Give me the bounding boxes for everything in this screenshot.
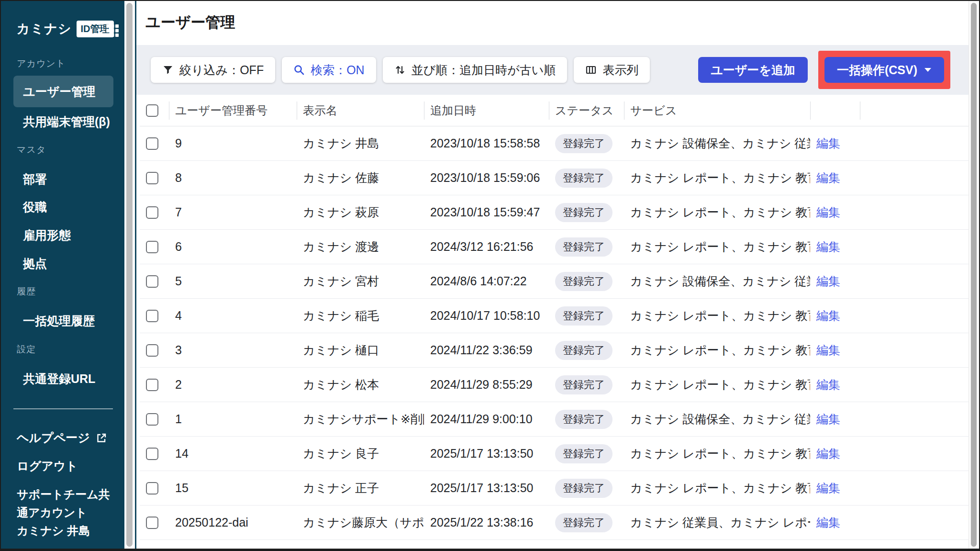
sidebar-item-position[interactable]: 役職 [23, 199, 47, 215]
edit-link[interactable]: 編集 [810, 170, 860, 186]
cell-added-date: 2023/10/18 15:59:06 [424, 171, 549, 185]
filter-button[interactable]: 絞り込み：OFF [151, 57, 275, 83]
row-checkbox[interactable] [146, 241, 158, 253]
row-checkbox[interactable] [146, 310, 158, 322]
sort-button[interactable]: 並び順：追加日時が古い順 [383, 57, 568, 83]
sidebar-item-common-url[interactable]: 共通登録URL [23, 371, 95, 387]
help-label: ヘルプページ [17, 430, 90, 446]
row-checkbox[interactable] [146, 413, 158, 426]
magnifier-icon [293, 64, 305, 76]
cell-services: カミナシ 設備保全、カミナシ 従業員… [624, 135, 810, 151]
row-checkbox-cell [140, 206, 169, 219]
table-row: 3 カミナシ 樋口 2024/11/22 3:36:59 登録完了 カミナシ レ… [140, 333, 970, 368]
bulk-action-label: 一括操作(CSV) [837, 62, 917, 78]
cell-services: カミナシ レポート、カミナシ 教育 [624, 342, 810, 358]
sidebar: カミナシ ID管理 アカウント ユーザー管理 共用端末管理(β) マスタ 部署 … [1, 1, 124, 549]
edit-link[interactable]: 編集 [810, 377, 860, 393]
status-badge: 登録完了 [555, 306, 612, 326]
sidebar-item-employment[interactable]: 雇用形態 [23, 227, 71, 243]
row-checkbox[interactable] [146, 448, 158, 460]
cell-display-name: カミナシ藤原大（サポー… [297, 515, 424, 530]
row-checkbox-cell [140, 448, 169, 460]
cell-added-date: 2023/10/18 15:58:58 [424, 136, 549, 150]
search-label: 検索：ON [311, 62, 365, 78]
row-checkbox-cell [140, 344, 169, 357]
sidebar-item-shared-device[interactable]: 共用端末管理(β) [23, 114, 110, 130]
cell-added-date: 2025/1/17 13:13:50 [424, 481, 549, 495]
edit-link[interactable]: 編集 [810, 239, 860, 255]
cell-status: 登録完了 [549, 169, 624, 188]
row-checkbox[interactable] [146, 517, 158, 529]
edit-link[interactable]: 編集 [810, 480, 860, 496]
columns-button[interactable]: 表示列 [574, 57, 650, 83]
page-title: ユーザー管理 [145, 12, 235, 33]
edit-link[interactable]: 編集 [810, 411, 860, 427]
row-checkbox[interactable] [146, 206, 158, 219]
main-scrollbar-thumb[interactable] [971, 3, 977, 547]
app-window: カミナシ ID管理 アカウント ユーザー管理 共用端末管理(β) マスタ 部署 … [0, 0, 980, 551]
cell-user-id: 1 [169, 412, 297, 426]
sidebar-item-logout[interactable]: ログアウト [17, 458, 78, 474]
header-date: 追加日時 [424, 95, 549, 126]
add-user-button[interactable]: ユーザーを追加 [698, 57, 808, 83]
row-checkbox[interactable] [146, 275, 158, 288]
columns-icon [585, 64, 597, 76]
table-row: 8 カミナシ 佐藤 2023/10/18 15:59:06 登録完了 カミナシ … [140, 161, 970, 195]
edit-link[interactable]: 編集 [810, 308, 860, 324]
cell-added-date: 2025/1/22 13:38:16 [424, 516, 549, 529]
toolbar-right-group: ユーザーを追加 一括操作(CSV) [698, 51, 950, 89]
sidebar-item-bulk-history[interactable]: 一括処理履歴 [23, 313, 95, 329]
sort-label: 並び順：追加日時が古い順 [412, 62, 556, 78]
cell-status: 登録完了 [549, 306, 624, 326]
header-status: ステータス [549, 95, 624, 126]
status-badge: 登録完了 [555, 203, 612, 222]
cell-services: カミナシ 設備保全、カミナシ 従業員… [624, 411, 810, 427]
row-checkbox[interactable] [146, 344, 158, 357]
status-badge: 登録完了 [555, 134, 612, 153]
user-table: ユーザー管理番号 表示名 追加日時 ステータス サービス 9 カミナシ 井島 2… [140, 95, 970, 549]
row-checkbox-cell [140, 517, 169, 529]
sidebar-scrollbar[interactable] [124, 1, 135, 549]
sidebar-divider [13, 408, 113, 409]
cell-display-name: カミナシ 渡邊 [297, 239, 424, 255]
bulk-action-button[interactable]: 一括操作(CSV) [824, 57, 944, 83]
row-checkbox[interactable] [146, 172, 158, 184]
row-checkbox-cell [140, 172, 169, 184]
header-checkbox-cell [140, 95, 169, 126]
select-all-checkbox[interactable] [146, 104, 158, 117]
sidebar-item-user-management[interactable]: ユーザー管理 [13, 76, 113, 107]
row-checkbox[interactable] [146, 137, 158, 150]
sidebar-item-help[interactable]: ヘルプページ [17, 430, 107, 446]
sidebar-scrollbar-thumb[interactable] [126, 3, 133, 547]
edit-link[interactable]: 編集 [810, 135, 860, 151]
filter-label: 絞り込み：OFF [179, 62, 264, 78]
cell-display-name: カミナシ 良子 [297, 446, 424, 461]
edit-link[interactable]: 編集 [810, 446, 860, 461]
sidebar-item-site[interactable]: 拠点 [23, 256, 47, 271]
toolbar-left-group: 絞り込み：OFF 検索：ON 並び順：追加日時が古い順 [151, 57, 650, 83]
funnel-icon [162, 64, 174, 76]
sidebar-item-department[interactable]: 部署 [23, 171, 47, 187]
row-checkbox[interactable] [146, 379, 158, 391]
cell-user-id: 9 [169, 136, 297, 150]
edit-link[interactable]: 編集 [810, 204, 860, 220]
row-checkbox-cell [140, 137, 169, 150]
cell-display-name: カミナシ 佐藤 [297, 170, 424, 186]
row-checkbox[interactable] [146, 482, 158, 495]
cell-user-id: 14 [169, 447, 297, 461]
cell-status: 登録完了 [549, 272, 624, 291]
search-button[interactable]: 検索：ON [282, 57, 376, 83]
edit-link[interactable]: 編集 [810, 515, 860, 530]
status-badge: 登録完了 [555, 479, 612, 498]
sidebar-item-label: ユーザー管理 [23, 84, 95, 100]
header-edit [810, 95, 860, 126]
main-scrollbar[interactable] [969, 1, 978, 549]
table-row: 5 カミナシ 宮村 2024/8/6 14:07:22 登録完了 カミナシ 設備… [140, 264, 970, 299]
header-name: 表示名 [297, 95, 424, 126]
cell-display-name: カミナシ 稲毛 [297, 308, 424, 324]
apps-grid-icon[interactable] [106, 24, 119, 37]
edit-link[interactable]: 編集 [810, 342, 860, 358]
cell-added-date: 2024/11/22 3:36:59 [424, 343, 549, 357]
edit-link[interactable]: 編集 [810, 273, 860, 289]
cell-services: カミナシ レポート、カミナシ 教育 [624, 204, 810, 220]
